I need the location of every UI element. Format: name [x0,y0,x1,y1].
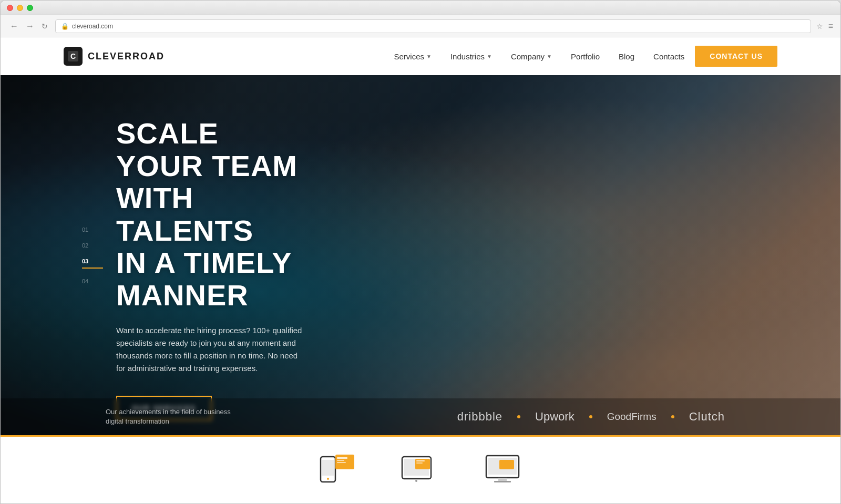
partner-goodfirms: GoodFirms [607,411,657,423]
service-preview-3[interactable] [484,455,526,486]
browser-menu-icon[interactable]: ≡ [828,22,833,31]
traffic-lights [7,5,33,11]
partner-separator-2 [589,415,592,418]
service-preview-1[interactable] [315,455,357,486]
slide-num-04[interactable]: 04 [82,278,103,284]
forward-button[interactable]: → [24,20,36,32]
nav-item-portfolio[interactable]: Portfolio [571,52,600,61]
svg-rect-17 [498,478,507,481]
browser-nav-buttons: ← → ↻ [8,20,50,32]
nav-menu: Services ▼ Industries ▼ Company ▼ [394,52,685,61]
logo-text: CLEVERROAD [88,51,165,62]
nav-link-portfolio[interactable]: Portfolio [571,52,600,61]
nav-link-company[interactable]: Company ▼ [511,52,552,61]
bookmark-icon[interactable]: ☆ [816,22,823,30]
svg-point-11 [415,480,417,482]
logo-link[interactable]: C CLEVERROAD [64,47,165,66]
address-bar[interactable]: 🔒 cleveroad.com [55,19,811,33]
nav-link-industries[interactable]: Industries ▼ [450,52,492,61]
svg-rect-6 [337,457,347,459]
service-preview-2[interactable] [399,455,442,486]
refresh-button[interactable]: ↻ [39,21,50,32]
nav-link-services[interactable]: Services ▼ [394,52,432,61]
svg-rect-19 [499,460,514,469]
back-button[interactable]: ← [8,20,20,32]
hero-description: Want to accelerate the hiring process? 1… [116,324,305,375]
main-navigation: Services ▼ Industries ▼ Company ▼ [394,52,685,61]
maximize-button[interactable] [27,5,33,11]
achievements-text: Our achievements in the field of busines… [106,407,232,426]
partner-separator-3 [671,415,674,418]
svg-rect-8 [337,462,346,463]
slide-indicators: 01 02 03 04 [82,227,103,284]
url-text: cleveroad.com [72,23,113,30]
svg-point-4 [327,478,329,480]
title-bar [1,1,840,15]
chevron-down-icon: ▼ [547,54,552,59]
slide-num-01[interactable]: 01 [82,227,103,233]
hero-bottom-bar: Our achievements in the field of busines… [1,398,840,435]
nav-item-contacts[interactable]: Contacts [653,52,684,61]
browser-window: ← → ↻ 🔒 cleveroad.com ☆ ≡ C CLEVERROAD [0,0,841,504]
svg-rect-18 [494,481,511,482]
website-content: C CLEVERROAD Services ▼ Industries [1,37,840,503]
nav-link-blog[interactable]: Blog [619,52,634,61]
service-icon-tablet [399,455,442,486]
svg-rect-3 [322,460,334,476]
hero-content: SCALE YOUR TEAM WITH TALENTS IN A TIMELY… [1,75,411,435]
below-hero-section [1,435,840,503]
partner-clutch: Clutch [689,410,725,424]
nav-item-industries[interactable]: Industries ▼ [450,52,492,61]
chevron-down-icon: ▼ [426,54,432,59]
partner-dribbble: dribbble [457,410,502,424]
slide-num-03[interactable]: 03 [82,258,103,264]
minimize-button[interactable] [17,5,23,11]
hero-section: 01 02 03 04 SCALE YOUR TEAM WITH TALENTS… [1,75,840,435]
slide-active-line [82,268,103,269]
nav-item-services[interactable]: Services ▼ [394,52,432,61]
service-icon-mobile [315,455,357,486]
hero-title: SCALE YOUR TEAM WITH TALENTS IN A TIMELY… [116,117,305,312]
nav-link-contacts[interactable]: Contacts [653,52,684,61]
slide-num-02[interactable]: 02 [82,242,103,249]
browser-toolbar: ← → ↻ 🔒 cleveroad.com ☆ ≡ [1,15,840,37]
security-icon: 🔒 [61,23,69,30]
nav-item-blog[interactable]: Blog [619,52,634,61]
site-header: C CLEVERROAD Services ▼ Industries [1,37,840,75]
svg-text:C: C [70,52,76,60]
svg-rect-7 [337,460,344,461]
contact-us-button[interactable]: CONTACT US [695,46,777,67]
svg-rect-14 [416,462,423,464]
partner-logos: dribbble Upwork GoodFirms Clutch [263,410,725,424]
logo-icon: C [64,47,83,66]
partner-separator-1 [517,415,520,418]
close-button[interactable] [7,5,13,11]
partner-upwork: Upwork [535,410,575,424]
nav-item-company[interactable]: Company ▼ [511,52,552,61]
chevron-down-icon: ▼ [487,54,492,59]
service-icon-desktop [484,455,526,486]
svg-rect-13 [416,460,425,461]
